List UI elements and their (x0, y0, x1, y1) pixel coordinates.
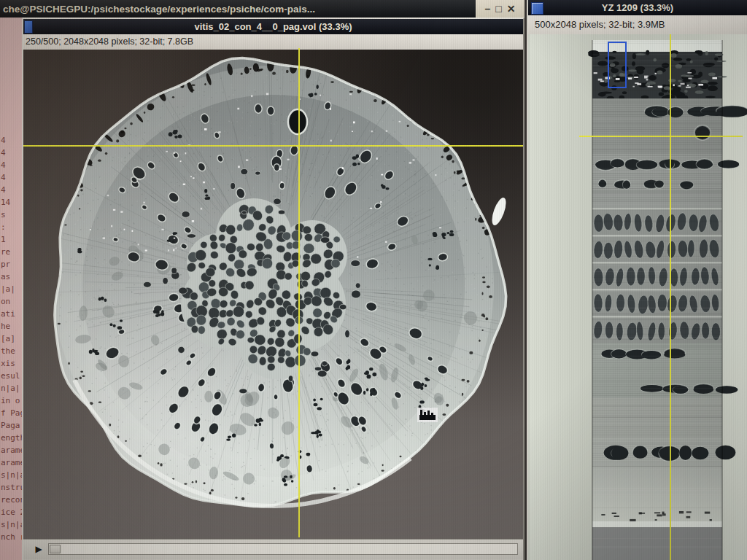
terminal-text-line: : (1, 221, 22, 233)
terminal-text-line: s (1, 209, 22, 221)
terminal-text-line: arame (1, 456, 22, 469)
screen: che@PSICHEGPU:/psichestockage/experience… (0, 0, 747, 560)
terminal-text-line: s|n|a| (1, 469, 22, 481)
terminal-text-line: pr (1, 258, 22, 271)
terminal-text-line: in o (1, 394, 22, 407)
terminal-text-line: nstru (1, 481, 22, 494)
terminal-text-line: n|a| (1, 382, 22, 394)
yz-orthogonal-window: YZ 1209 (33.3%) 500x2048 pixels; 32-bit;… (527, 0, 747, 560)
close-button[interactable]: ✕ (507, 4, 516, 14)
terminal-text-line: ice 25 (1, 506, 22, 518)
yz-status-bar: 500x2048 pixels; 32-bit; 3.9MB (528, 15, 747, 34)
terminal-text-line: f Pag (1, 407, 22, 419)
stack-window-title: vitis_02_con_4__0_pag.vol (33.3%) (194, 21, 352, 32)
stack-status-bar: 250/500; 2048x2048 pixels; 32-bit; 7.8GB (23, 34, 523, 50)
yz-crosshair-vertical-line (670, 34, 671, 560)
terminal-window-controls: – □ ✕ (476, 0, 525, 18)
xy-slice-canvas[interactable] (23, 50, 523, 539)
terminal-text-line: 4 (1, 134, 22, 147)
roi-selection-rectangle[interactable] (608, 42, 627, 88)
terminal-text-line: on (1, 295, 22, 308)
slice-slider-thumb[interactable] (50, 545, 61, 553)
terminal-text-line: re (1, 246, 22, 258)
slice-slider[interactable] (48, 543, 518, 555)
terminal-text-line: ati (1, 308, 22, 320)
terminal-text-line: 1 (1, 233, 22, 246)
terminal-text-line: ength (1, 432, 22, 444)
minimize-button[interactable]: – (485, 4, 491, 14)
imagej-window-icon (531, 2, 543, 15)
terminal-window-edge[interactable]: 4444414s:1repras|a|onatihe[a]thexisesuln… (0, 18, 22, 560)
yz-slice-view (530, 34, 747, 560)
terminal-text-line: 4 (1, 159, 22, 171)
xy-crosshair-horizontal-line (23, 145, 523, 147)
terminal-titlebar[interactable]: che@PSICHEGPU:/psichestockage/experience… (0, 0, 476, 18)
yz-window-titlebar[interactable]: YZ 1209 (33.3%) (528, 0, 747, 15)
terminal-text-line: 4 (1, 147, 22, 159)
imagej-window-icon (24, 20, 33, 34)
terminal-fragments: 4444414s:1repras|a|onatihe[a]thexisesuln… (1, 134, 22, 543)
terminal-text-line: 4 (1, 171, 22, 184)
terminal-text-line: the (1, 345, 22, 357)
terminal-text-line: xis (1, 357, 22, 370)
terminal-text-line: 14 (1, 196, 22, 209)
xy-crosshair-vertical-line (298, 48, 300, 537)
terminal-text-line: Paga (1, 419, 22, 432)
terminal-text-line: recon (1, 494, 22, 506)
yz-window-title: YZ 1209 (33.3%) (602, 2, 673, 13)
xy-slice-view (23, 50, 523, 539)
terminal-text-line: he (1, 320, 22, 332)
terminal-text-line: esul (1, 370, 22, 382)
terminal-text-line: as (1, 271, 22, 283)
terminal-text-line: |a| (1, 283, 22, 295)
terminal-text-line: [a] (1, 332, 22, 345)
terminal-text-line: nch re (1, 531, 22, 543)
play-icon[interactable]: ▶ (34, 544, 44, 555)
imagej-stack-window: vitis_02_con_4__0_pag.vol (33.3%) 250/50… (22, 18, 525, 560)
terminal-text-line: 4 (1, 184, 22, 196)
yz-slice-canvas[interactable] (530, 34, 747, 560)
terminal-text-line: s|n|a| (1, 518, 22, 531)
yz-crosshair-horizontal-line (579, 136, 743, 137)
stack-slider-bar: ▶ (23, 539, 523, 559)
maximize-button[interactable]: □ (495, 4, 501, 14)
stack-window-titlebar[interactable]: vitis_02_con_4__0_pag.vol (33.3%) (23, 19, 523, 34)
terminal-text-line: arame (1, 444, 22, 456)
